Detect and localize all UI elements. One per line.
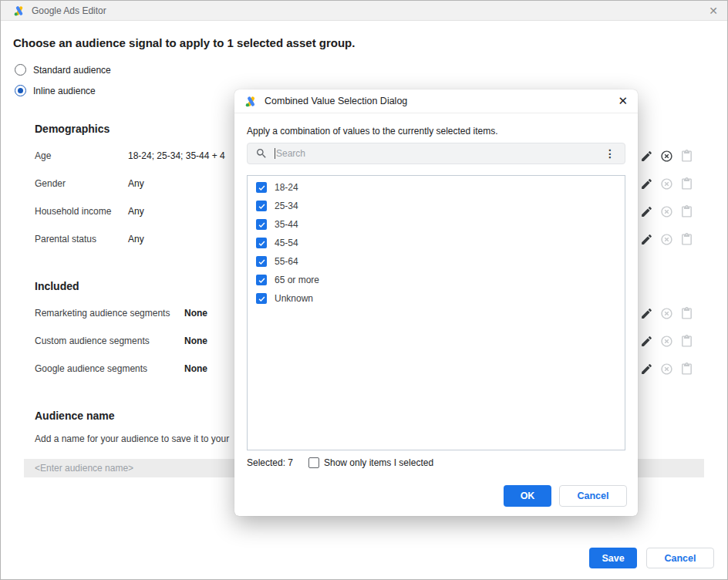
search-placeholder: Search	[275, 148, 603, 159]
radio-unselected-icon[interactable]	[15, 64, 26, 76]
list-item[interactable]: 18-24	[248, 178, 625, 197]
list-item[interactable]: Unknown	[248, 289, 625, 308]
edit-icon[interactable]	[640, 177, 653, 191]
list-item[interactable]: 55-64	[248, 252, 625, 271]
dialog-title: Combined Value Selection Dialog	[265, 96, 407, 106]
paste-icon[interactable]	[680, 233, 693, 246]
edit-icon[interactable]	[640, 335, 653, 348]
included-heading: Included	[35, 280, 79, 292]
paste-icon[interactable]	[680, 150, 693, 163]
item-label: 25-34	[275, 201, 298, 211]
edit-icon[interactable]	[640, 307, 653, 320]
window-close-icon[interactable]: ✕	[709, 5, 718, 17]
row-label: Age	[35, 150, 128, 161]
checkbox-checked-icon[interactable]	[256, 182, 267, 193]
row-label: Google audience segments	[35, 363, 184, 374]
main-footer: Save Cancel	[589, 548, 714, 568]
row-actions	[640, 362, 693, 376]
edit-icon[interactable]	[640, 205, 653, 218]
checkbox-checked-icon[interactable]	[256, 256, 267, 267]
value-list[interactable]: 18-24 25-34 35-44 45-54 55-64 65 or more	[247, 175, 625, 450]
item-label: 18-24	[275, 182, 298, 193]
audience-name-heading: Audience name	[35, 410, 114, 422]
paste-icon[interactable]	[680, 335, 693, 348]
dialog-description: Apply a combination of values to the cur…	[247, 126, 498, 137]
paste-icon[interactable]	[680, 205, 693, 218]
search-input[interactable]: Search ⋮	[247, 143, 625, 164]
list-item[interactable]: 35-44	[248, 215, 625, 234]
selected-count: Selected: 7	[247, 457, 308, 468]
clear-icon[interactable]	[660, 233, 673, 246]
list-item[interactable]: 45-54	[248, 234, 625, 252]
clear-icon[interactable]	[660, 150, 673, 163]
radio-inline-audience[interactable]: Inline audience	[15, 85, 96, 96]
row-label: Household income	[35, 206, 128, 217]
row-label: Remarketing audience segments	[35, 308, 184, 319]
audience-name-description: Add a name for your audience to save it …	[35, 433, 229, 444]
save-button[interactable]: Save	[589, 548, 637, 568]
checkbox-checked-icon[interactable]	[256, 201, 267, 211]
window-title: Google Ads Editor	[32, 5, 106, 16]
radio-standard-audience[interactable]: Standard audience	[15, 64, 111, 76]
row-actions	[640, 335, 693, 348]
paste-icon[interactable]	[680, 362, 693, 376]
row-actions	[640, 150, 693, 163]
google-ads-editor-window: Google Ads Editor ✕ Choose an audience s…	[0, 0, 728, 580]
dialog-info-row: Selected: 7 Show only items I selected	[247, 457, 433, 468]
radio-standard-label: Standard audience	[33, 65, 111, 76]
dialog-close-icon[interactable]: ✕	[618, 94, 628, 108]
item-label: Unknown	[275, 293, 313, 304]
titlebar: Google Ads Editor ✕	[1, 1, 727, 21]
clear-icon[interactable]	[660, 177, 673, 191]
search-icon	[255, 147, 268, 160]
edit-icon[interactable]	[640, 233, 653, 246]
edit-icon[interactable]	[640, 150, 653, 163]
paste-icon[interactable]	[680, 177, 693, 191]
item-label: 45-54	[275, 238, 298, 248]
checkbox-checked-icon[interactable]	[256, 238, 267, 248]
clear-icon[interactable]	[660, 205, 673, 218]
list-item[interactable]: 65 or more	[248, 271, 625, 289]
paste-icon[interactable]	[680, 307, 693, 320]
google-ads-logo-icon	[13, 5, 25, 17]
combined-value-selection-dialog: Combined Value Selection Dialog ✕ Apply …	[234, 89, 638, 516]
row-actions	[640, 177, 693, 191]
item-label: 55-64	[275, 256, 298, 267]
checkbox-checked-icon[interactable]	[256, 219, 267, 230]
row-actions	[640, 205, 693, 218]
google-ads-logo-icon	[244, 95, 258, 108]
list-item[interactable]: 25-34	[248, 197, 625, 215]
clear-icon[interactable]	[660, 307, 673, 320]
radio-selected-icon[interactable]	[15, 85, 26, 96]
checkbox-checked-icon[interactable]	[256, 293, 267, 304]
clear-icon[interactable]	[660, 335, 673, 348]
page-title: Choose an audience signal to apply to 1 …	[13, 36, 355, 49]
show-only-label: Show only items I selected	[324, 457, 433, 468]
row-label: Custom audience segments	[35, 336, 184, 346]
row-actions	[640, 233, 693, 246]
ok-button[interactable]: OK	[504, 485, 551, 507]
row-label: Parental status	[35, 234, 128, 244]
dialog-footer: OK Cancel	[504, 485, 627, 507]
dialog-header: Combined Value Selection Dialog ✕	[234, 89, 638, 113]
dialog-cancel-button[interactable]: Cancel	[559, 485, 627, 507]
row-label: Gender	[35, 178, 128, 189]
row-actions	[640, 307, 693, 320]
more-options-icon[interactable]: ⋮	[603, 147, 617, 160]
cancel-button[interactable]: Cancel	[646, 548, 714, 568]
edit-icon[interactable]	[640, 362, 653, 376]
checkbox-checked-icon[interactable]	[256, 275, 267, 285]
item-label: 65 or more	[275, 275, 319, 285]
clear-icon[interactable]	[660, 362, 673, 376]
radio-inline-label: Inline audience	[33, 86, 96, 96]
show-only-checkbox[interactable]	[308, 457, 319, 468]
item-label: 35-44	[275, 219, 298, 230]
demographics-heading: Demographics	[35, 123, 110, 135]
